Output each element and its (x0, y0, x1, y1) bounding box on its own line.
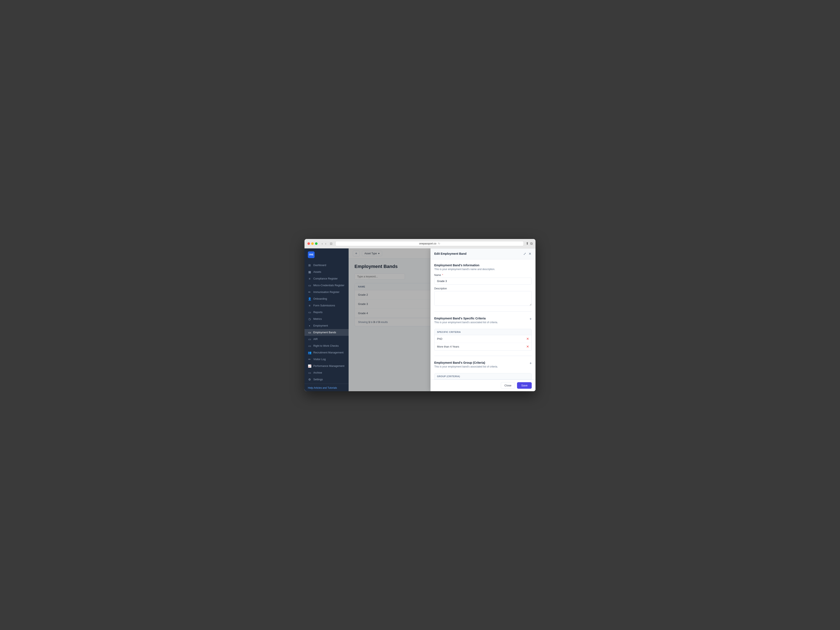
specific-criteria-header-text: Employment Band's Specific Criteria This… (434, 317, 498, 327)
group-criteria-column-header: GROUP (CRITERIA) (434, 373, 532, 379)
maximize-traffic-light[interactable] (315, 242, 317, 245)
modal-title: Edit Employment Band (434, 252, 466, 255)
sidebar-item-label: Settings (313, 378, 323, 381)
employment-icon: ▪ (308, 324, 311, 327)
group-criteria-title: Employment Band's Group (Criteria) (434, 361, 498, 364)
form-submissions-icon: ≡ (308, 304, 311, 307)
specific-criteria-title: Employment Band's Specific Criteria (434, 317, 498, 320)
modal-overlay[interactable]: Edit Employment Band ⤢ ✕ (349, 248, 535, 391)
modal-header-actions: ⤢ ✕ (523, 251, 532, 256)
name-field-label: Name * (434, 274, 532, 276)
sidebar-item-right-to-work[interactable]: ▭ Right to Work Checks (305, 343, 349, 349)
sidebar-item-performance[interactable]: 📈 Performance Management (305, 363, 349, 369)
right-to-work-icon: ▭ (308, 344, 311, 347)
modal-header: Edit Employment Band ⤢ ✕ (431, 248, 535, 259)
performance-icon: 📈 (308, 364, 311, 368)
required-star: * (442, 274, 443, 276)
close-traffic-light[interactable] (308, 242, 310, 245)
sidebar-item-visitor-log[interactable]: ✏ Visitor Log (305, 356, 349, 363)
sidebar-item-air[interactable]: ▭ AIR (305, 336, 349, 343)
info-section-title: Employment Band's Information (434, 264, 532, 267)
sidebar-footer: Help Articles and Tutorials A Australian… (305, 384, 349, 391)
sidebar-item-dashboard[interactable]: ⊞ Dashboard (305, 262, 349, 268)
sidebar-item-onboarding[interactable]: 👤 Onboarding (305, 295, 349, 302)
share-button[interactable]: ⬆ (526, 242, 529, 245)
onboarding-icon: 👤 (308, 297, 311, 300)
browser-titlebar: ‹ › ⊡ onepassport.co ↻ ⬆ ⧉ (305, 239, 535, 248)
sidebar-item-label: Reports (313, 311, 322, 314)
specific-criteria-label: More than 4 Years (437, 345, 459, 348)
specific-criteria-subtitle: This is your employment band's associate… (434, 321, 498, 324)
remove-years-button[interactable]: ✕ (526, 345, 529, 348)
sidebar-item-assets[interactable]: ▦ Assets (305, 268, 349, 275)
specific-criteria-section: Employment Band's Specific Criteria This… (434, 317, 532, 356)
sidebar-item-settings[interactable]: ⚙ Settings (305, 376, 349, 383)
close-modal-button[interactable]: ✕ (528, 251, 532, 256)
description-field[interactable] (434, 291, 532, 306)
compliance-icon: ≡ (308, 277, 311, 280)
back-button[interactable]: ‹ (321, 242, 324, 246)
modal-body: Employment Band's Information This is yo… (431, 259, 535, 379)
sidebar-item-label: Recruitment Management (313, 351, 344, 354)
edit-employment-band-panel: Edit Employment Band ⤢ ✕ (431, 248, 535, 391)
sidebar-item-reports[interactable]: ▭ Reports (305, 309, 349, 316)
sidebar-item-label: Compliance Register (313, 277, 338, 280)
sidebar-item-label: Archive (313, 371, 322, 374)
sidebar-item-compliance-register[interactable]: ≡ Compliance Register (305, 275, 349, 282)
micro-credentials-icon: ▭ (308, 284, 311, 287)
close-icon: ✕ (529, 252, 531, 256)
reload-icon[interactable]: ↻ (438, 242, 440, 245)
info-section: Employment Band's Information This is yo… (434, 264, 532, 312)
sidebar-item-label: Assets (313, 270, 321, 273)
sidebar-item-employment[interactable]: ▪ Employment (305, 322, 349, 329)
sidebar-item-metrics[interactable]: ◷ Metrics (305, 316, 349, 322)
name-field[interactable] (434, 278, 532, 284)
specific-criteria-row: PhD ✕ (434, 335, 532, 343)
group-criteria-header-text: Employment Band's Group (Criteria) This … (434, 361, 498, 371)
main-content: + Asset Type ▾ Employment Bands NAME Gra… (349, 248, 535, 391)
save-button[interactable]: Save (517, 382, 532, 389)
modal-footer: Close Save (431, 379, 535, 391)
sidebar-nav: ⊞ Dashboard ▦ Assets ≡ Compliance Regist… (305, 261, 349, 384)
url-bar[interactable]: onepassport.co ↻ (335, 241, 524, 246)
close-button[interactable]: Close (501, 382, 515, 389)
add-group-criteria-button[interactable]: + (529, 362, 532, 365)
forward-button[interactable]: › (324, 242, 327, 246)
sidebar-logo: ONE (305, 248, 349, 261)
sidebar-item-label: Onboarding (313, 297, 327, 300)
employment-bands-icon: ▭ (308, 331, 311, 334)
sidebar-item-label: Dashboard (313, 264, 326, 267)
expand-modal-button[interactable]: ⤢ (523, 251, 526, 256)
add-specific-criteria-button[interactable]: + (529, 317, 532, 321)
sidebar-item-label: Metrics (313, 317, 322, 321)
sidebar-item-label: Immunisation Register (313, 291, 339, 294)
help-link[interactable]: Help Articles and Tutorials (308, 387, 345, 389)
sidebar: ONE ⊞ Dashboard ▦ Assets ≡ Compliance Re… (305, 248, 349, 391)
sidebar-item-label: Performance Management (313, 365, 344, 368)
sidebar-item-archive[interactable]: ▭ Archive (305, 369, 349, 376)
remove-phd-button[interactable]: ✕ (526, 337, 529, 341)
group-criteria-header: Employment Band's Group (Criteria) This … (434, 361, 532, 371)
group-criteria-subtitle: This is your employment band's associate… (434, 365, 498, 368)
recruitment-icon: 👥 (308, 351, 311, 354)
logo-box: ONE (308, 251, 314, 258)
description-field-label: Description (434, 287, 532, 290)
sidebar-item-immunisation[interactable]: ✏ Immunisation Register (305, 289, 349, 295)
tabs-button[interactable]: ⧉ (530, 242, 532, 245)
group-criteria-section: Employment Band's Group (Criteria) This … (434, 361, 532, 379)
sidebar-item-employment-bands[interactable]: ▭ Employment Bands (305, 329, 349, 336)
reports-icon: ▭ (308, 311, 311, 314)
logo-text: ONE (309, 253, 314, 256)
sidebar-item-label: Visitor Log (313, 358, 326, 361)
sidebar-toggle-button[interactable]: ⊡ (329, 242, 333, 246)
visitor-log-icon: ✏ (308, 358, 311, 361)
settings-icon: ⚙ (308, 378, 311, 381)
sidebar-item-label: Form Submissions (313, 304, 335, 307)
sidebar-item-recruitment[interactable]: 👥 Recruitment Management (305, 349, 349, 356)
group-criteria-table: GROUP (CRITERIA) Acad Activity 2 ✕ (434, 373, 532, 379)
minimize-traffic-light[interactable] (311, 242, 314, 245)
sidebar-item-form-submissions[interactable]: ≡ Form Submissions (305, 302, 349, 309)
metrics-icon: ◷ (308, 317, 311, 321)
archive-icon: ▭ (308, 371, 311, 374)
sidebar-item-micro-credentials[interactable]: ▭ Micro-Credentials Register (305, 282, 349, 289)
